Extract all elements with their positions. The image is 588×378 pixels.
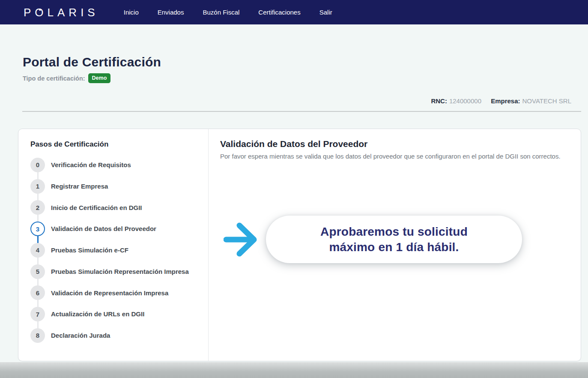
- approval-bubble: Aprobaremos tu solicitud máximo en 1 día…: [266, 216, 522, 263]
- step-connector: 6: [30, 282, 45, 304]
- step-label: Pruebas Simulación e-CF: [51, 240, 128, 261]
- step-connector: 7: [30, 303, 45, 325]
- right-arrow-icon: [224, 220, 260, 259]
- step-connector: 0: [30, 154, 45, 176]
- brand-logo[interactable]: POLARIS: [24, 7, 99, 18]
- bottom-gray-band: [0, 362, 588, 378]
- company-info-row: RNC:124000000 Empresa:NOVATECH SRL: [18, 97, 581, 105]
- rnc-value: 124000000: [449, 97, 481, 105]
- step-label: Validación de Datos del Proveedor: [51, 218, 156, 240]
- step-item[interactable]: 0 Verificación de Requisitos: [30, 154, 200, 176]
- step-item[interactable]: 2 Inicio de Certificación en DGII: [30, 197, 200, 219]
- header-divider: [22, 111, 581, 112]
- step-number: 4: [30, 243, 45, 258]
- content-description: Por favor espera mientras se valida que …: [220, 152, 565, 161]
- nav-item-salir[interactable]: Salir: [319, 9, 332, 16]
- step-label: Declaración Jurada: [51, 325, 110, 346]
- page-title: Portal de Certificación: [23, 55, 581, 69]
- step-number: 2: [30, 200, 45, 215]
- step-connector: 1: [30, 176, 45, 197]
- step-label: Registrar Empresa: [51, 176, 108, 197]
- step-connector: 3: [30, 218, 45, 240]
- step-item[interactable]: 4 Pruebas Simulación e-CF: [30, 240, 200, 261]
- cert-type-row: Tipo de certificación: Demo: [23, 73, 581, 83]
- step-connector: 2: [30, 197, 45, 219]
- step-connector: 8: [30, 325, 45, 346]
- step-item[interactable]: 8 Declaración Jurada: [30, 325, 200, 346]
- nav-item-buzon-fiscal[interactable]: Buzón Fiscal: [203, 9, 239, 16]
- step-number: 1: [30, 179, 45, 194]
- top-navbar: POLARIS Inicio Enviados Buzón Fiscal Cer…: [0, 0, 588, 24]
- cert-type-badge: Demo: [88, 73, 111, 83]
- certification-card: Pasos de Certificación 0 Verificación de…: [18, 129, 581, 361]
- step-number: 7: [30, 307, 45, 321]
- step-number: 3: [30, 222, 45, 236]
- step-content-panel: Validación de Datos del Proveedor Por fa…: [208, 129, 581, 361]
- steps-panel-title: Pasos de Certificación: [30, 140, 200, 149]
- step-connector: 4: [30, 240, 45, 261]
- rnc-label: RNC:: [431, 97, 447, 105]
- step-label: Verificación de Requisitos: [51, 154, 131, 176]
- step-item[interactable]: 6 Validación de Representación Impresa: [30, 282, 200, 304]
- step-label: Pruebas Simulación Representación Impres…: [51, 261, 189, 282]
- step-number: 5: [30, 264, 45, 279]
- step-item[interactable]: 1 Registrar Empresa: [30, 176, 200, 197]
- step-label: Inicio de Certificación en DGII: [51, 197, 142, 219]
- step-label: Actualización de URLs en DGII: [51, 303, 144, 325]
- brand-text: POLARIS: [24, 6, 99, 19]
- step-item[interactable]: 7 Actualización de URLs en DGII: [30, 303, 200, 325]
- company-label: Empresa:: [491, 97, 520, 105]
- logo-orbit-dot-icon: [39, 9, 41, 11]
- step-number: 8: [30, 328, 45, 343]
- nav-item-inicio[interactable]: Inicio: [124, 9, 139, 16]
- approval-line-2: máximo en 1 día hábil.: [329, 240, 459, 255]
- approval-callout: Aprobaremos tu solicitud máximo en 1 día…: [220, 216, 569, 263]
- page-content: Portal de Certificación Tipo de certific…: [0, 55, 588, 361]
- nav-menu: Inicio Enviados Buzón Fiscal Certificaci…: [124, 9, 332, 16]
- content-title: Validación de Datos del Proveedor: [220, 139, 569, 149]
- steps-panel: Pasos de Certificación 0 Verificación de…: [18, 129, 208, 361]
- company-value: NOVATECH SRL: [522, 97, 571, 105]
- step-number: 6: [30, 285, 45, 300]
- step-item-active[interactable]: 3 Validación de Datos del Proveedor: [30, 218, 200, 240]
- steps-list: 0 Verificación de Requisitos 1 Registrar…: [30, 154, 200, 346]
- step-label: Validación de Representación Impresa: [51, 282, 168, 304]
- approval-line-1: Aprobaremos tu solicitud: [320, 224, 468, 240]
- step-number: 0: [30, 158, 45, 172]
- step-item[interactable]: 5 Pruebas Simulación Representación Impr…: [30, 261, 200, 282]
- nav-item-certificaciones[interactable]: Certificaciones: [258, 9, 300, 16]
- nav-item-enviados[interactable]: Enviados: [158, 9, 184, 16]
- step-connector: 5: [30, 261, 45, 282]
- cert-type-label: Tipo de certificación:: [23, 75, 85, 82]
